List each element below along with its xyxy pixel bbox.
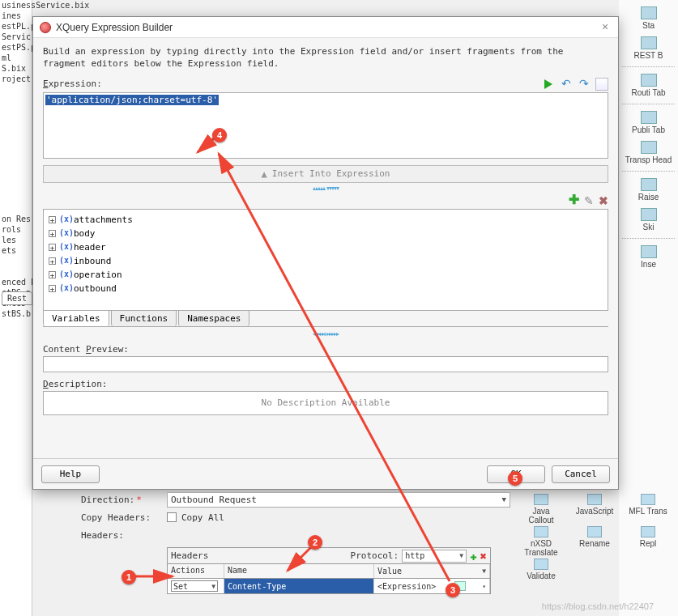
dialog-title: XQuery Expression Builder [56, 22, 599, 33]
chevron-down-icon: ▾ [482, 583, 486, 590]
help-button[interactable]: Help [41, 465, 100, 483]
chevron-down-icon: ▼ [211, 583, 215, 590]
header-value-cell[interactable]: <Expression>▾ [374, 579, 490, 593]
annotation-badge-4: 4 [212, 128, 227, 142]
annotation-badge-5: 5 [508, 471, 522, 486]
protocol-label: Protocol: [351, 550, 399, 561]
annotation-badge-1: 1 [122, 570, 136, 584]
tab-variables[interactable]: Variables [43, 310, 109, 326]
arrow-up-icon: ▲ [262, 168, 267, 180]
component-icon [534, 526, 548, 537]
expression-input[interactable]: 'application/json;charset=utf-8' [43, 92, 608, 159]
palette-item[interactable]: Transp Head [620, 141, 676, 164]
variable-icon: (x) [59, 228, 70, 238]
variables-tree[interactable]: +(x)attachments +(x)body +(x)header +(x)… [43, 209, 608, 311]
direction-select[interactable]: Outbound Request▼ [167, 492, 510, 508]
tab-functions[interactable]: Functions [111, 310, 177, 326]
headers-grid-header: Actions Name Value▼ [168, 564, 490, 579]
copy-all-checkbox[interactable] [167, 512, 177, 522]
tree-item[interactable]: +(x)header [49, 240, 603, 254]
palette-item[interactable]: Inse [620, 245, 676, 269]
component-icon [587, 494, 602, 505]
tree-item[interactable]: +(x)operation [49, 268, 603, 282]
expand-icon[interactable]: + [49, 285, 56, 292]
insert-into-expression-button[interactable]: ▲ Insert Into Expression [43, 165, 608, 183]
component-icon [587, 526, 602, 537]
palette-item[interactable]: Sta [620, 6, 676, 30]
palette-item[interactable]: JavaScript [573, 494, 616, 525]
tab-namespaces[interactable]: Namespaces [178, 310, 249, 326]
expand-icon[interactable]: + [49, 230, 56, 237]
palette-item[interactable]: Repl [626, 526, 670, 557]
instruction-text: Build an expression by typing directly i… [43, 46, 608, 70]
chevron-down-icon: ▼ [459, 552, 463, 559]
variables-toolbar: ✚ ✎ ✖ [43, 194, 608, 207]
palette-item[interactable]: Java Callout [519, 494, 563, 525]
component-icon [641, 245, 657, 258]
edit-icon[interactable]: ✎ [584, 194, 594, 207]
component-icon [641, 178, 657, 191]
palette-item[interactable]: Validate [519, 559, 563, 580]
component-icon [641, 208, 657, 221]
palette-item[interactable]: REST B [620, 36, 676, 60]
undo-icon[interactable]: ↶ [560, 78, 573, 91]
headers-grid-row[interactable]: Set▼ Content-Type <Expression>▾ [168, 579, 490, 593]
action-select[interactable]: Set▼ [171, 580, 218, 592]
direction-label: Direction:* [81, 495, 162, 505]
fragment-tabs: Variables Functions Namespaces [43, 310, 608, 327]
description-box: No Description Available [43, 391, 608, 415]
chevron-down-icon: ▼ [482, 567, 486, 575]
tree-item[interactable]: +(x)body [49, 227, 603, 240]
palette-item[interactable]: Publi Tab [620, 111, 676, 134]
palette-item[interactable]: MFL Trans [626, 494, 670, 525]
content-preview[interactable] [43, 356, 608, 372]
xquery-expression-builder-dialog: XQuery Expression Builder × Build an exp… [32, 16, 619, 490]
palette-item[interactable]: nXSD Translate [519, 526, 563, 557]
palette-item[interactable]: Rename [573, 526, 616, 557]
variable-icon: (x) [59, 256, 70, 266]
run-icon[interactable] [542, 78, 555, 91]
add-icon[interactable]: ✚ [569, 194, 579, 207]
transport-panel: Direction:* Outbound Request▼ Copy Heade… [81, 491, 510, 594]
tree-item[interactable]: +(x)inbound [49, 254, 603, 268]
header-name-cell[interactable]: Content-Type [224, 579, 374, 593]
expand-icon[interactable]: + [49, 257, 56, 265]
dialog-footer: Help OK Cancel [33, 458, 618, 489]
chevron-down-icon: ▼ [502, 495, 506, 503]
variable-icon: (x) [59, 283, 70, 293]
redo-icon[interactable]: ↷ [578, 78, 591, 91]
palette-item[interactable]: Ski [620, 208, 676, 232]
delete-header-icon[interactable]: ✖ [480, 550, 487, 563]
annotation-badge-3: 3 [446, 583, 460, 597]
add-header-icon[interactable]: ✚ [470, 550, 476, 563]
expand-icon[interactable]: + [49, 216, 56, 223]
left-tab-rest[interactable]: Rest [2, 291, 32, 305]
col-name: Name [224, 564, 374, 578]
expression-selected-text: 'application/json;charset=utf-8' [45, 95, 219, 105]
cancel-button[interactable]: Cancel [552, 465, 610, 483]
new-page-icon[interactable] [595, 78, 608, 91]
expand-icon[interactable]: + [49, 244, 56, 251]
expression-toolbar: ↶ ↷ [43, 78, 608, 91]
component-icon [641, 6, 657, 19]
close-button[interactable]: × [599, 21, 612, 34]
palette-item[interactable]: Routi Tab [620, 74, 676, 97]
tree-item[interactable]: +(x)outbound [49, 282, 603, 295]
content-preview-label: Content Preview: [43, 344, 608, 355]
app-icon [40, 22, 51, 33]
tree-item[interactable]: +(x)attachments [49, 213, 603, 227]
splitter-handle[interactable]: ▴▴▴▴▴ ▾▾▾▾▾ [43, 185, 608, 189]
headers-block: Headers Protocol: http▼ ✚ ✖ Actions Name… [167, 547, 491, 594]
splitter-handle[interactable]: ◂◂◂◂◂ ▸▸▸▸▸ [43, 330, 608, 338]
component-icon [641, 526, 655, 537]
dialog-titlebar: XQuery Expression Builder × [33, 17, 618, 38]
project-tree-partial: usinessService.bixinesestPL.p ServicestP… [0, 0, 32, 616]
component-palette-bottom: Java Callout JavaScript MFL Trans nXSD T… [516, 491, 678, 584]
copy-headers-label: Copy Headers: [81, 512, 162, 523]
col-value: Value▼ [374, 564, 490, 578]
protocol-select[interactable]: http▼ [402, 550, 467, 563]
palette-item[interactable]: Raise [620, 178, 676, 202]
copy-all-label: Copy All [181, 512, 224, 523]
delete-icon[interactable]: ✖ [599, 194, 608, 207]
expand-icon[interactable]: + [49, 271, 56, 278]
